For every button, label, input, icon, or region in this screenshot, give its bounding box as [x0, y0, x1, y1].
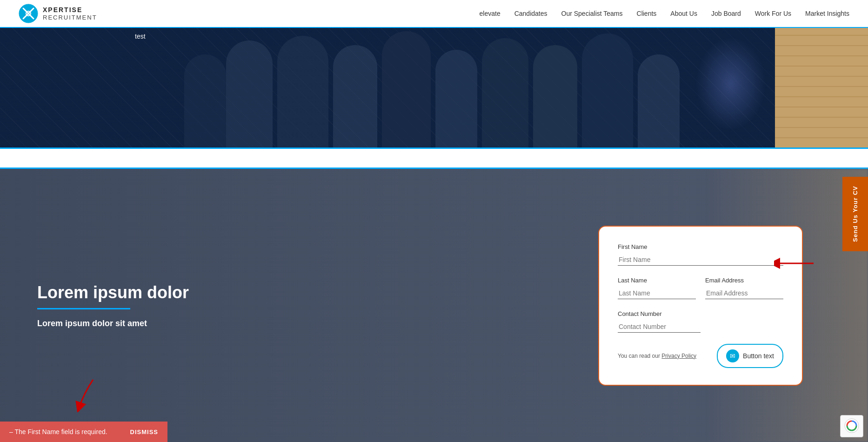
- hero-person-4: [333, 45, 377, 147]
- main-heading-underline: [37, 308, 130, 309]
- nav-clients[interactable]: Clients: [637, 10, 657, 17]
- hero-person-3: [277, 36, 328, 147]
- recaptcha-badge: [840, 415, 863, 437]
- submit-button[interactable]: ✉ Button text: [717, 344, 783, 368]
- nav-candidates[interactable]: Candidates: [514, 10, 548, 17]
- navbar-nav: elevate Candidates Our Specialist Teams …: [480, 10, 849, 17]
- send-cv-button[interactable]: Send Us Your CV: [842, 177, 868, 251]
- first-name-label: First Name: [618, 243, 783, 250]
- nav-specialist-teams[interactable]: Our Specialist Teams: [561, 10, 623, 17]
- contact-label: Contact Number: [618, 310, 783, 317]
- main-heading: Lorem ipsum dolor: [37, 283, 270, 302]
- navbar: XPERTISE RECRUITMENT elevate Candidates …: [0, 0, 868, 28]
- hero-person-10: [638, 54, 680, 147]
- dismiss-button[interactable]: DISMISS: [130, 429, 158, 435]
- hero-person-7: [482, 38, 528, 147]
- first-name-group: First Name: [618, 243, 783, 266]
- logo-line2: RECRUITMENT: [43, 14, 97, 21]
- email-input[interactable]: [705, 288, 783, 299]
- last-name-email-row: Last Name Email Address: [618, 277, 783, 299]
- privacy-text: You can read our Privacy Policy: [618, 353, 696, 359]
- hero-person-9: [582, 33, 633, 147]
- logo-line1: XPERTISE: [43, 6, 97, 14]
- privacy-policy-link[interactable]: Privacy Policy: [661, 353, 696, 359]
- hero-person-6: [435, 50, 477, 147]
- hero-brick: [775, 28, 868, 147]
- last-name-label: Last Name: [618, 277, 696, 284]
- email-label: Email Address: [705, 277, 783, 284]
- email-col: Email Address: [705, 277, 783, 299]
- hero-sparkle: [696, 37, 766, 130]
- logo-icon: [19, 4, 38, 23]
- nav-work-for-us[interactable]: Work For Us: [755, 10, 791, 17]
- nav-elevate[interactable]: elevate: [480, 10, 501, 17]
- hero-person-8: [533, 45, 577, 147]
- main-content: Lorem ipsum dolor Lorem ipsum dolor sit …: [37, 283, 270, 328]
- recaptcha-icon: [844, 418, 859, 433]
- nav-job-board[interactable]: Job Board: [711, 10, 741, 17]
- contact-input[interactable]: [618, 321, 701, 333]
- bottom-arrow-annotation: [74, 375, 102, 414]
- hero-section: test: [0, 28, 868, 149]
- notification-message: – The First Name field is required.: [9, 428, 107, 435]
- send-cv-wrapper: Send Us Your CV: [842, 177, 868, 253]
- form-footer: You can read our Privacy Policy ✉ Button…: [618, 344, 783, 368]
- first-name-input[interactable]: [618, 254, 783, 266]
- logo-text: XPERTISE RECRUITMENT: [43, 6, 97, 21]
- privacy-prefix: You can read our: [618, 353, 660, 359]
- hero-person-2: [226, 40, 273, 147]
- notification-bar: – The First Name field is required. DISM…: [0, 422, 167, 442]
- logo[interactable]: XPERTISE RECRUITMENT: [19, 4, 97, 23]
- hero-person-1: [184, 54, 226, 147]
- nav-market-insights[interactable]: Market Insights: [805, 10, 849, 17]
- field-arrow-annotation: [774, 256, 816, 272]
- last-name-input[interactable]: [618, 288, 696, 299]
- contact-form-card: First Name Last Name: [598, 226, 803, 386]
- hero-person-5: [382, 31, 431, 147]
- submit-icon: ✉: [726, 349, 739, 362]
- white-gap: [0, 149, 868, 167]
- submit-label: Button text: [743, 352, 774, 360]
- main-section: Lorem ipsum dolor Lorem ipsum dolor sit …: [0, 167, 868, 442]
- nav-about-us[interactable]: About Us: [670, 10, 697, 17]
- last-name-col: Last Name: [618, 277, 696, 299]
- main-subtext: Lorem ipsum dolor sit amet: [37, 319, 270, 328]
- contact-number-group: Contact Number: [618, 310, 783, 333]
